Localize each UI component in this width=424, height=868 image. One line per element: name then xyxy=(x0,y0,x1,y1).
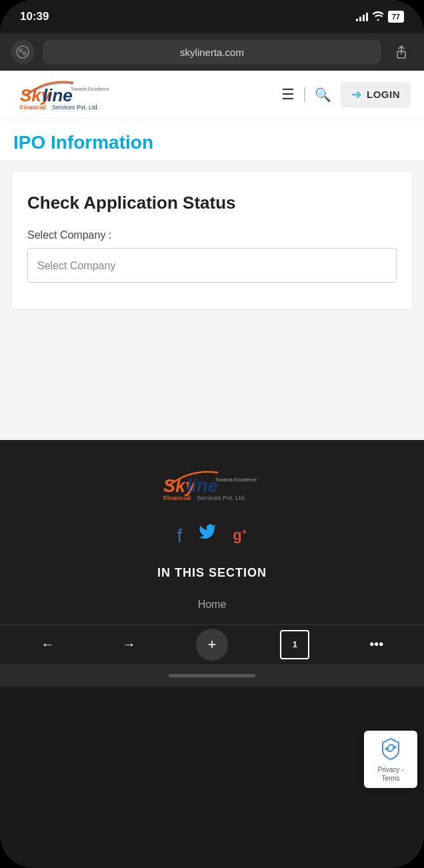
home-indicator xyxy=(0,664,424,687)
svg-point-0 xyxy=(17,46,29,58)
page-title-section: IPO Information xyxy=(0,119,424,160)
svg-text:Services Pvt. Ltd.: Services Pvt. Ltd. xyxy=(52,104,99,111)
home-bar xyxy=(169,674,255,677)
site-footer: Sky line Towards Excellence Financial Se… xyxy=(0,440,424,624)
svg-point-1 xyxy=(19,49,22,52)
browser-settings-icon[interactable] xyxy=(11,40,35,64)
header-nav: ☰ 🔍 ➔ LOGIN xyxy=(281,82,411,107)
svg-text:Towards Excellence: Towards Excellence xyxy=(215,477,257,482)
facebook-icon[interactable]: f xyxy=(177,525,183,547)
login-button[interactable]: ➔ LOGIN xyxy=(341,82,411,107)
web-content: Sky line Towards Excellence Financial Se… xyxy=(0,71,424,440)
address-bar[interactable]: skylinerta.com xyxy=(43,40,381,64)
svg-text:line: line xyxy=(187,476,218,496)
main-content: Check Application Status Select Company … xyxy=(0,160,424,440)
time: 10:39 xyxy=(20,10,49,23)
share-icon[interactable] xyxy=(389,40,413,64)
login-icon: ➔ xyxy=(351,87,362,102)
site-header: Sky line Towards Excellence Financial Se… xyxy=(0,71,424,119)
privacy-terms-text[interactable]: Privacy - Terms xyxy=(369,765,412,783)
select-company-label: Select Company : xyxy=(27,229,397,241)
google-plus-icon[interactable]: g+ xyxy=(233,527,247,544)
new-tab-button[interactable]: + xyxy=(196,629,228,661)
social-icons: f g+ xyxy=(177,524,247,547)
forward-button[interactable]: → xyxy=(115,630,144,659)
signal-bars-icon xyxy=(356,12,368,21)
login-label: LOGIN xyxy=(367,89,400,100)
logo-area: Sky line Towards Excellence Financial Se… xyxy=(13,77,120,112)
footer-logo-svg: Sky line Towards Excellence Financial Se… xyxy=(155,467,269,503)
signal-bar-2 xyxy=(359,17,361,21)
footer-logo: Sky line Towards Excellence Financial Se… xyxy=(155,467,269,505)
select-company-dropdown[interactable]: Select Company xyxy=(27,248,397,283)
svg-text:line: line xyxy=(43,85,73,105)
url-text: skylinerta.com xyxy=(180,47,244,58)
tab-count[interactable]: 1 xyxy=(280,630,309,659)
check-application-card: Check Application Status Select Company … xyxy=(11,171,413,310)
privacy-badge[interactable]: Privacy - Terms xyxy=(364,731,417,788)
more-options-button[interactable]: ••• xyxy=(362,630,391,659)
signal-bar-1 xyxy=(356,19,358,21)
search-icon[interactable]: 🔍 xyxy=(315,87,331,103)
svg-point-2 xyxy=(23,52,26,55)
browser-bottom-nav: ← → + 1 ••• xyxy=(0,624,424,664)
wifi-icon xyxy=(372,11,384,23)
signal-bar-4 xyxy=(366,13,368,21)
status-bar: 10:39 77 xyxy=(0,0,424,33)
select-wrapper: Select Company xyxy=(27,248,397,283)
status-icons: 77 xyxy=(356,11,404,23)
page-title: IPO Information xyxy=(13,132,411,153)
battery-indicator: 77 xyxy=(388,11,404,23)
phone-frame: 10:39 77 xyxy=(0,0,424,868)
recaptcha-icon xyxy=(379,736,403,763)
svg-text:Services Pvt. Ltd.: Services Pvt. Ltd. xyxy=(197,494,246,501)
browser-chrome: skylinerta.com xyxy=(0,33,424,71)
card-title: Check Application Status xyxy=(27,193,397,213)
footer-section-title: IN THIS SECTION xyxy=(157,566,267,580)
svg-text:Financial: Financial xyxy=(163,494,191,501)
back-button[interactable]: ← xyxy=(33,630,62,659)
svg-text:Financial: Financial xyxy=(20,104,46,111)
svg-text:Towards Excellence: Towards Excellence xyxy=(71,87,109,91)
signal-bar-3 xyxy=(363,15,365,21)
footer-home-link[interactable]: Home xyxy=(198,599,227,611)
menu-icon[interactable]: ☰ xyxy=(281,86,295,103)
nav-divider xyxy=(304,87,305,102)
twitter-icon[interactable] xyxy=(198,524,217,547)
skyline-logo: Sky line Towards Excellence Financial Se… xyxy=(13,77,120,112)
